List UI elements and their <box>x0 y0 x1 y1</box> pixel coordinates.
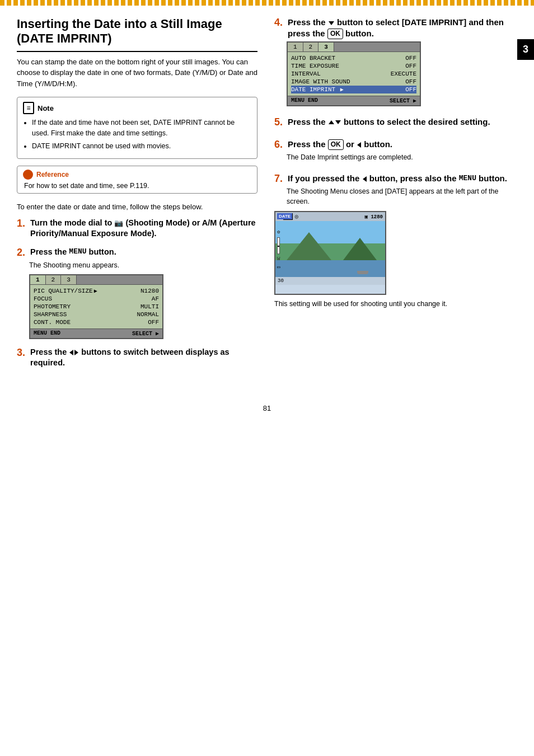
step-3-text: Press the buttons to switch between disp… <box>30 347 257 368</box>
lcd-tab-1: 1 <box>30 275 46 284</box>
step-3: 3. Press the buttons to switch between d… <box>17 347 257 368</box>
note-header: Note <box>23 102 251 114</box>
step-2-header: 2. Press the MENU button. <box>17 247 257 259</box>
reference-label: Reference <box>36 171 69 179</box>
reference-header: Reference <box>23 170 251 180</box>
lcd-tab-2: 2 <box>46 275 62 284</box>
top-border <box>0 0 534 6</box>
lcd2-row-4: IMAGE WITH SOUND OFF <box>291 78 416 86</box>
step-2-sub: The Shooting menu appears. <box>29 261 257 271</box>
page-title: Inserting the Date into a Still Image (D… <box>17 17 257 52</box>
step-5-text: Press the buttons to select the desired … <box>288 116 490 128</box>
step-4-text: Press the button to select [DATE IMPRINT… <box>288 17 517 39</box>
left-side-icons: ✿ W ▭ <box>277 229 280 270</box>
ok-button-label-6: OK <box>328 139 344 150</box>
step-7-num: 7. <box>274 173 287 185</box>
lcd-body-2: AUTO BRACKET OFF TIME EXPOSURE OFF INTER… <box>288 52 420 96</box>
lcd-row-4: SHARPNESS NORMAL <box>34 311 159 318</box>
steps-intro: To enter the date or date and time, foll… <box>17 201 257 213</box>
reference-text: For how to set date and time, see P.119. <box>23 182 251 190</box>
preview-count: ▣ 1280 <box>365 214 383 220</box>
lcd-tab2-2: 2 <box>303 43 319 51</box>
lcd-row-5: CONT. MODE OFF <box>34 318 159 326</box>
right-column: 4. Press the button to select [DATE IMPR… <box>269 17 517 309</box>
step-1-num: 1. <box>17 218 29 230</box>
note-item-1: If the date and time have not been set, … <box>32 118 251 139</box>
lcd-tab-3: 3 <box>61 275 77 284</box>
lcd-tabs-2: 1 2 3 <box>288 43 420 52</box>
lcd-row-2: FOCUS AF <box>34 295 159 303</box>
zoom-bar <box>277 237 280 254</box>
step-1-header: 1. Turn the mode dial to 📷 (Shooting Mod… <box>17 218 257 239</box>
zoom-indicator <box>278 246 279 247</box>
step-4-num: 4. <box>274 17 287 29</box>
step-7-text: If you pressed the button, press also th… <box>288 173 507 184</box>
lcd2-row-2: TIME EXPOSURE OFF <box>291 62 416 70</box>
macro-icon: ✿ <box>277 229 280 235</box>
step-2-text: Press the MENU button. <box>30 247 116 257</box>
lcd2-row-3: INTERVAL EXECUTE <box>291 70 416 78</box>
step-2-num: 2. <box>17 247 29 259</box>
step-7: 7. If you pressed the button, press also… <box>274 173 517 309</box>
camera-preview: ⊕ SD ◎ ▣ 1280 DATE <box>274 211 386 295</box>
lcd2-row-5: DATE IMPRINT ▶ OFF <box>291 86 416 93</box>
lcd-tab2-3: 3 <box>318 43 334 51</box>
lcd2-row-1: AUTO BRACKET OFF <box>291 54 416 62</box>
reference-box: Reference For how to set date and time, … <box>17 166 257 194</box>
lcd-row-1: PIC QUALITY/SIZE▶ N1280 <box>34 287 159 295</box>
step-5: 5. Press the buttons to select the desir… <box>274 116 517 129</box>
page-tab: 3 <box>517 39 534 60</box>
step-7-header: 7. If you pressed the button, press also… <box>274 173 517 185</box>
left-triangle-icon <box>69 350 73 355</box>
step-6-text: Press the OK or button. <box>288 139 392 150</box>
menu-button-label: MENU <box>69 247 86 257</box>
note-item-2: DATE IMPRINT cannot be used with movies. <box>32 141 251 152</box>
right-triangle-icon <box>74 350 78 355</box>
lcd-footer-2: MENU END SELECT ▶ <box>288 96 420 105</box>
step-1-text: Turn the mode dial to 📷 (Shooting Mode) … <box>30 218 257 239</box>
note-box: Note If the date and time have not been … <box>17 97 257 158</box>
step-6-sub: The Date Imprint settings are completed. <box>287 153 517 163</box>
down-triangle-icon-5 <box>335 120 341 124</box>
step-3-header: 3. Press the buttons to switch between d… <box>17 347 257 368</box>
reference-icon <box>23 170 33 180</box>
preview-bottom-bar: 30 <box>275 277 385 285</box>
wb-icon: W <box>277 256 280 262</box>
step-4: 4. Press the button to select [DATE IMPR… <box>274 17 517 106</box>
left-column: Inserting the Date into a Still Image (D… <box>17 17 257 376</box>
up-triangle-icon-5 <box>329 120 334 124</box>
camera-icon: 📷 <box>114 219 123 228</box>
step-6: 6. Press the OK or button. The Date Impr… <box>274 139 517 163</box>
ok-button-label: OK <box>327 29 343 39</box>
lcd-tabs-1: 1 2 3 <box>30 275 162 285</box>
timer-icon: ◎ <box>295 213 298 220</box>
lcd-footer-right-1: SELECT ▶ <box>132 330 159 337</box>
step-2: 2. Press the MENU button. The Shooting m… <box>17 247 257 339</box>
step-7-note: This setting will be used for shooting u… <box>274 299 517 309</box>
left-triangle-icon-6 <box>357 142 361 148</box>
menu-button-label-7: MENU <box>459 174 476 184</box>
boat-icon <box>357 271 368 274</box>
step-4-header: 4. Press the button to select [DATE IMPR… <box>274 17 517 39</box>
frame-icon: ▣ <box>365 214 368 220</box>
lcd-footer-right-2: SELECT ▶ <box>390 97 416 104</box>
left-triangle-icon-7 <box>363 176 367 182</box>
lcd-row-3: PHOTOMETRY MULTI <box>34 303 159 311</box>
lcd-tab2-1: 1 <box>288 43 303 51</box>
note-icon <box>23 102 34 114</box>
date-badge: DATE <box>277 213 292 219</box>
lcd-screen-2: 1 2 3 AUTO BRACKET OFF TIME EXPOSURE OFF <box>287 41 421 106</box>
step-5-header: 5. Press the buttons to select the desir… <box>274 116 517 129</box>
water-area <box>275 260 385 277</box>
step-6-num: 6. <box>274 139 287 151</box>
page-num-text: 81 <box>263 404 271 412</box>
lcd-screen-1: 1 2 3 PIC QUALITY/SIZE▶ N1280 FOCUS AF P… <box>29 274 163 339</box>
lcd-footer-left-1: MENU END <box>34 330 60 337</box>
mountain-left <box>287 232 331 260</box>
step-7-sub: The Shooting Menu closes and [DATE] appe… <box>287 187 517 206</box>
step-6-header: 6. Press the OK or button. <box>274 139 517 151</box>
step-1: 1. Turn the mode dial to 📷 (Shooting Mod… <box>17 218 257 239</box>
note-list: If the date and time have not been set, … <box>23 118 251 151</box>
page-number: 81 <box>0 393 534 418</box>
step-5-num: 5. <box>274 116 287 129</box>
